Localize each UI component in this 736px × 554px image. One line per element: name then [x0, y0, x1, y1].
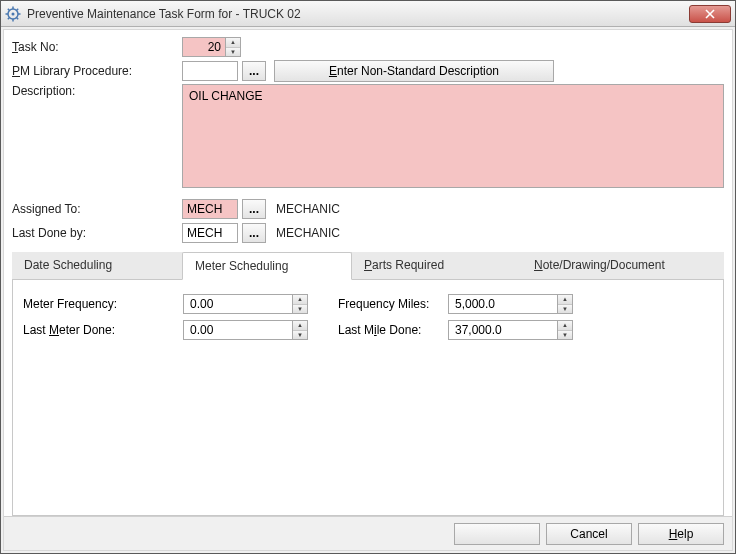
- svg-line-6: [8, 8, 10, 10]
- svg-point-1: [12, 12, 15, 15]
- meter-frequency-up[interactable]: ▲: [293, 295, 307, 304]
- task-no-down[interactable]: ▼: [226, 47, 240, 57]
- gear-icon: [5, 6, 21, 22]
- meter-frequency-down[interactable]: ▼: [293, 304, 307, 314]
- task-no-input[interactable]: [182, 37, 226, 57]
- frequency-miles-label: Frequency Miles:: [338, 297, 448, 311]
- last-mile-done-up[interactable]: ▲: [558, 321, 572, 330]
- meter-frequency-label: Meter Frequency:: [23, 297, 183, 311]
- last-done-by-role: MECHANIC: [276, 226, 340, 240]
- pm-library-browse-button[interactable]: ...: [242, 61, 266, 81]
- svg-line-9: [8, 17, 10, 19]
- footer: Cancel Help: [4, 516, 732, 550]
- window: Preventive Maintenance Task Form for - T…: [0, 0, 736, 554]
- window-title: Preventive Maintenance Task Form for - T…: [27, 7, 689, 21]
- frequency-miles-input[interactable]: [448, 294, 558, 314]
- assigned-to-input[interactable]: [182, 199, 238, 219]
- pm-library-input[interactable]: [182, 61, 238, 81]
- last-mile-done-down[interactable]: ▼: [558, 330, 572, 340]
- task-no-spinner[interactable]: ▲ ▼: [182, 37, 241, 57]
- svg-line-7: [17, 17, 19, 19]
- tab-date-scheduling[interactable]: Date Scheduling: [12, 252, 182, 279]
- last-meter-done-up[interactable]: ▲: [293, 321, 307, 330]
- meter-scheduling-panel: Meter Frequency: ▲ ▼ Frequency Miles: ▲ …: [12, 280, 724, 516]
- assigned-to-role: MECHANIC: [276, 202, 340, 216]
- svg-line-8: [17, 8, 19, 10]
- last-meter-done-label: Last Meter Done:: [23, 323, 183, 337]
- assigned-to-browse-button[interactable]: ...: [242, 199, 266, 219]
- client-area: Task No: ▲ ▼ PM Library Procedure: ... E…: [3, 29, 733, 551]
- cancel-button[interactable]: Cancel: [546, 523, 632, 545]
- last-meter-done-input[interactable]: [183, 320, 293, 340]
- last-done-by-browse-button[interactable]: ...: [242, 223, 266, 243]
- last-done-by-input[interactable]: [182, 223, 238, 243]
- titlebar: Preventive Maintenance Task Form for - T…: [1, 1, 735, 27]
- last-meter-done-spinner[interactable]: ▲ ▼: [183, 320, 308, 340]
- description-label: Description:: [12, 84, 182, 98]
- tab-parts-required[interactable]: Parts Required: [352, 252, 522, 279]
- close-icon: [705, 9, 715, 19]
- last-mile-done-label: Last Mile Done:: [338, 323, 448, 337]
- frequency-miles-spinner[interactable]: ▲ ▼: [448, 294, 573, 314]
- last-mile-done-input[interactable]: [448, 320, 558, 340]
- frequency-miles-down[interactable]: ▼: [558, 304, 572, 314]
- frequency-miles-up[interactable]: ▲: [558, 295, 572, 304]
- meter-frequency-input[interactable]: [183, 294, 293, 314]
- task-no-label: Task No:: [12, 40, 182, 54]
- close-button[interactable]: [689, 5, 731, 23]
- assigned-to-label: Assigned To:: [12, 202, 182, 216]
- tabbar: Date Scheduling Meter Scheduling Parts R…: [12, 252, 724, 280]
- tab-note-drawing-document[interactable]: Note/Drawing/Document: [522, 252, 724, 279]
- last-meter-done-down[interactable]: ▼: [293, 330, 307, 340]
- pm-library-label: PM Library Procedure:: [12, 64, 182, 78]
- help-button[interactable]: Help: [638, 523, 724, 545]
- last-done-by-label: Last Done by:: [12, 226, 182, 240]
- task-no-up[interactable]: ▲: [226, 38, 240, 47]
- description-textarea[interactable]: OIL CHANGE: [182, 84, 724, 188]
- meter-frequency-spinner[interactable]: ▲ ▼: [183, 294, 308, 314]
- enter-non-standard-button[interactable]: Enter Non-Standard Description: [274, 60, 554, 82]
- footer-blank-button[interactable]: [454, 523, 540, 545]
- tab-meter-scheduling[interactable]: Meter Scheduling: [182, 252, 352, 280]
- last-mile-done-spinner[interactable]: ▲ ▼: [448, 320, 573, 340]
